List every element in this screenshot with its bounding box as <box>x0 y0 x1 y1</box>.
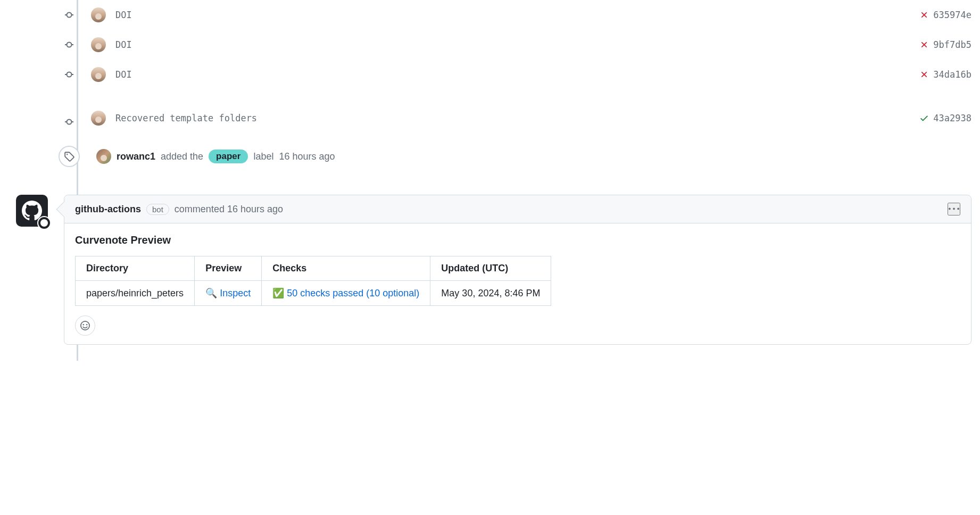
commit-sha[interactable]: 9bf7db5 <box>933 39 971 50</box>
status-fail-icon[interactable] <box>919 40 929 49</box>
comment-meta-prefix: commented <box>175 204 225 214</box>
svg-point-3 <box>67 43 72 47</box>
add-reaction-button[interactable] <box>75 315 95 336</box>
commit-node-icon <box>65 118 73 126</box>
comment-author[interactable]: github-actions <box>75 204 141 215</box>
checks-link[interactable]: 50 checks passed (10 optional) <box>287 288 419 298</box>
event-time[interactable]: 16 hours ago <box>279 151 335 162</box>
commit-message[interactable]: DOI <box>115 39 919 50</box>
commit-message[interactable]: DOI <box>115 10 919 20</box>
status-fail-icon[interactable] <box>919 10 929 20</box>
magnifier-icon: 🔍 <box>205 288 217 298</box>
svg-point-12 <box>81 321 89 330</box>
comment-time[interactable]: 16 hours ago <box>227 204 283 214</box>
commit-node-icon <box>65 40 73 49</box>
cell-preview: 🔍 Inspect <box>195 281 262 306</box>
tag-icon <box>59 146 80 167</box>
inspect-link[interactable]: Inspect <box>220 288 251 298</box>
svg-point-6 <box>67 72 72 77</box>
th-updated: Updated (UTC) <box>430 256 551 281</box>
comment-body: Curvenote Preview Directory Preview Chec… <box>64 223 971 344</box>
status-pass-icon[interactable] <box>919 113 929 123</box>
commit-node-icon <box>65 11 73 19</box>
comment: github-actions bot commented 16 hours ag… <box>16 195 971 345</box>
commit-row: DOI 9bf7db5 <box>68 30 971 60</box>
event-actor[interactable]: rowanc1 <box>117 151 155 162</box>
timeline: DOI 635974e DOI 9bf7db5 DOI <box>0 0 980 361</box>
comment-heading: Curvenote Preview <box>75 234 960 246</box>
commit-message[interactable]: Recovered template folders <box>115 113 919 123</box>
commit-row: Recovered template folders 43a2938 <box>68 89 971 133</box>
avatar[interactable] <box>91 67 106 82</box>
avatar[interactable] <box>91 37 106 52</box>
cell-directory: papers/heinrich_peters <box>76 281 195 306</box>
th-directory: Directory <box>76 256 195 281</box>
event-action-prefix: added the <box>161 151 203 162</box>
event-action-suffix: label <box>253 151 273 162</box>
commit-row: DOI 635974e <box>68 0 971 30</box>
avatar[interactable] <box>96 149 111 164</box>
svg-point-9 <box>67 120 72 124</box>
commit-message[interactable]: DOI <box>115 69 919 80</box>
svg-point-0 <box>67 13 72 18</box>
th-checks: Checks <box>262 256 430 281</box>
label-event: rowanc1 added the paper label 16 hours a… <box>68 133 971 180</box>
comment-header: github-actions bot commented 16 hours ag… <box>64 195 971 223</box>
svg-point-14 <box>86 324 88 326</box>
github-actions-avatar[interactable] <box>16 195 48 227</box>
bot-badge-icon <box>37 216 51 230</box>
cell-checks: ✅ 50 checks passed (10 optional) <box>262 281 430 306</box>
commit-node-icon <box>65 70 73 79</box>
th-preview: Preview <box>195 256 262 281</box>
commit-sha[interactable]: 34da16b <box>933 69 971 80</box>
kebab-menu-button[interactable] <box>948 203 960 215</box>
label-pill[interactable]: paper <box>209 149 248 163</box>
timeline-tail <box>68 345 971 361</box>
commit-sha[interactable]: 43a2938 <box>933 113 971 123</box>
checkmark-icon: ✅ <box>272 288 284 298</box>
cell-updated: May 30, 2024, 8:46 PM <box>430 281 551 306</box>
preview-table: Directory Preview Checks Updated (UTC) p… <box>75 256 551 306</box>
avatar[interactable] <box>91 7 106 22</box>
bot-label: bot <box>146 204 169 215</box>
commit-sha[interactable]: 635974e <box>933 10 971 20</box>
table-row: papers/heinrich_peters 🔍 Inspect ✅ 50 ch… <box>76 281 551 306</box>
commit-row: DOI 34da16b <box>68 60 971 89</box>
status-fail-icon[interactable] <box>919 70 929 79</box>
avatar[interactable] <box>91 111 106 126</box>
svg-point-13 <box>83 324 85 326</box>
